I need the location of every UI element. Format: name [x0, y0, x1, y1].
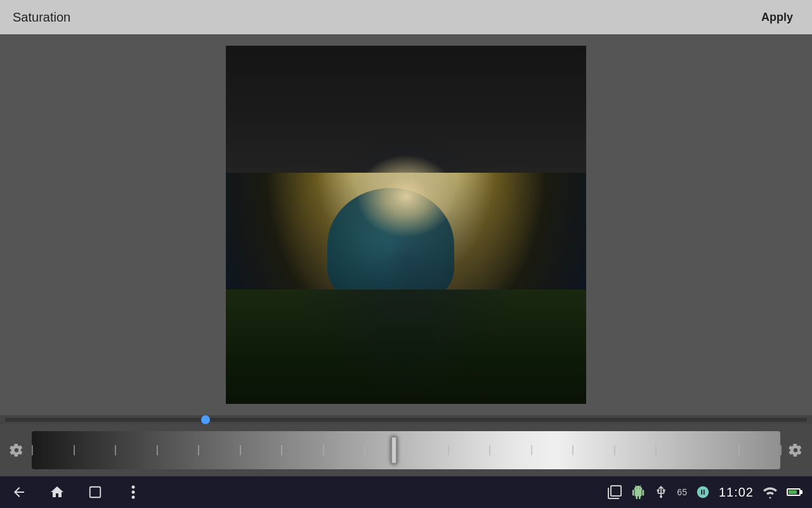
- usb-svg: [654, 485, 668, 499]
- back-button[interactable]: [10, 483, 28, 501]
- tone-strip[interactable]: [32, 431, 780, 469]
- tone-tick: [572, 445, 573, 455]
- tone-tick: [406, 445, 407, 455]
- tone-tick: [738, 445, 740, 455]
- screenshot-svg: [607, 485, 622, 500]
- usb-icon[interactable]: [654, 485, 668, 499]
- system-time: 11:02: [719, 485, 754, 500]
- tone-tick: [448, 445, 449, 455]
- system-bar: 65 11:02: [0, 476, 812, 508]
- system-nav: [10, 483, 142, 501]
- tone-tick: [157, 445, 158, 455]
- owl-svg: [696, 485, 710, 499]
- tone-tick: [364, 445, 365, 455]
- tone-tick: [281, 445, 282, 455]
- tone-tick: [489, 445, 490, 455]
- settings-icon-right[interactable]: [784, 439, 807, 462]
- wifi-svg: [763, 486, 778, 498]
- recents-icon: [88, 485, 102, 499]
- screenshot-icon[interactable]: [607, 485, 622, 500]
- tone-tick: [32, 445, 33, 455]
- svg-rect-0: [90, 487, 101, 498]
- bottom-toolbar: [0, 424, 812, 476]
- android-icon[interactable]: [631, 485, 645, 499]
- apply-button[interactable]: Apply: [755, 7, 799, 28]
- canvas-area: [0, 34, 812, 415]
- tone-tick: [697, 445, 698, 455]
- back-icon: [11, 485, 27, 500]
- top-bar: Saturation Apply: [0, 0, 812, 34]
- gear-left-icon: [10, 443, 23, 457]
- photo-jersey: [327, 188, 454, 302]
- slider-thumb[interactable]: [201, 415, 210, 424]
- tone-tick: [240, 445, 241, 455]
- image-preview: [226, 46, 586, 404]
- menu-button[interactable]: [124, 483, 142, 501]
- tone-tick: [614, 445, 615, 455]
- svg-point-2: [132, 491, 135, 494]
- tone-tick: [531, 445, 532, 455]
- tone-tick: [115, 445, 116, 455]
- svg-point-3: [132, 496, 135, 499]
- photo-grass: [226, 290, 586, 404]
- tone-tick: [780, 445, 782, 455]
- tone-tick: [655, 445, 657, 455]
- home-button[interactable]: [48, 483, 66, 501]
- ticks-container: [32, 431, 780, 469]
- owl-icon[interactable]: [696, 485, 710, 499]
- page-title: Saturation: [13, 10, 70, 25]
- battery-fill: [789, 490, 797, 494]
- settings-icon-left[interactable]: [5, 439, 28, 462]
- svg-point-1: [132, 486, 135, 489]
- tone-tick: [198, 445, 199, 455]
- slider-bar[interactable]: [0, 415, 812, 424]
- home-icon: [49, 485, 65, 500]
- gear-right-icon: [789, 443, 802, 457]
- android-svg: [631, 485, 645, 499]
- battery-body: [787, 488, 801, 496]
- battery-level-text: 65: [677, 487, 687, 497]
- tone-tick: [74, 445, 75, 455]
- tone-strip-thumb[interactable]: [391, 436, 397, 464]
- tone-tick: [323, 445, 324, 455]
- overflow-menu-icon: [131, 485, 135, 499]
- slider-track[interactable]: [5, 418, 807, 422]
- photo-table-area: [226, 46, 586, 173]
- wifi-icon[interactable]: [763, 486, 778, 498]
- system-status: 65 11:02: [607, 485, 802, 500]
- recents-button[interactable]: [86, 483, 104, 501]
- battery-icon: [787, 488, 802, 496]
